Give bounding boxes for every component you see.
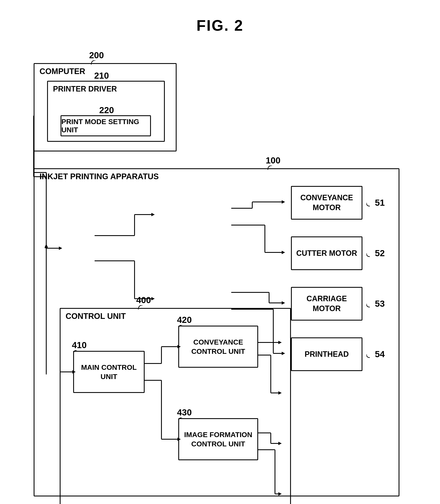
- carriage-motor-number: 53: [375, 299, 385, 309]
- inkjet-box: INKJET PRINTING APPARATUS 100 CONTROL UN…: [34, 168, 399, 496]
- control-unit-box: CONTROL UNIT 400 MAIN CONTROLUNIT 410: [60, 308, 291, 504]
- computer-label: COMPUTER: [40, 67, 85, 76]
- inkjet-number: 100: [266, 156, 280, 166]
- carriage-motor-box: CARRIAGEMOTOR 53: [291, 287, 362, 321]
- printer-driver-label: PRINTER DRIVER: [53, 85, 117, 93]
- conveyance-control-number: 420: [177, 315, 192, 325]
- computer-number: 200: [89, 50, 104, 60]
- printer-driver-box: PRINTER DRIVER 210 PRINT MODE SETTING UN…: [47, 81, 165, 142]
- main-control-label: MAIN CONTROLUNIT: [81, 363, 137, 381]
- cutter-motor-label: CUTTER MOTOR: [296, 248, 357, 258]
- main-control-number: 410: [72, 340, 87, 350]
- print-mode-label: PRINT MODE SETTING UNIT: [61, 118, 150, 134]
- svg-marker-47: [278, 391, 282, 395]
- inkjet-label: INKJET PRINTING APPARATUS: [40, 172, 159, 181]
- cutter-motor-number: 52: [375, 248, 385, 258]
- svg-marker-55: [278, 492, 282, 496]
- control-unit-label: CONTROL UNIT: [66, 312, 126, 321]
- control-unit-number: 400: [136, 295, 151, 305]
- cutter-motor-box: CUTTER MOTOR 52: [291, 236, 362, 270]
- svg-marker-43: [278, 341, 282, 344]
- conveyance-motor-box: CONVEYANCEMOTOR 51: [291, 186, 362, 220]
- conveyance-motor-label: CONVEYANCEMOTOR: [300, 193, 353, 213]
- conveyance-control-box: CONVEYANCECONTROL UNIT 420: [178, 326, 258, 368]
- image-formation-label: IMAGE FORMATIONCONTROL UNIT: [184, 430, 252, 448]
- printhead-box: PRINTHEAD 54: [291, 337, 362, 371]
- computer-box: COMPUTER PRINTER DRIVER 210 PRINT MODE S…: [34, 63, 177, 151]
- printhead-number: 54: [375, 349, 385, 359]
- conveyance-control-label: CONVEYANCECONTROL UNIT: [191, 337, 245, 356]
- image-formation-number: 430: [177, 407, 192, 418]
- conveyance-motor-number: 51: [375, 198, 385, 208]
- main-control-box: MAIN CONTROLUNIT 410: [73, 351, 145, 393]
- print-mode-box: PRINT MODE SETTING UNIT 220: [61, 115, 151, 136]
- carriage-motor-label: CARRIAGEMOTOR: [306, 294, 347, 314]
- printer-driver-number: 210: [94, 71, 109, 81]
- page-title: FIG. 2: [0, 0, 440, 34]
- image-formation-box: IMAGE FORMATIONCONTROL UNIT 430: [178, 418, 258, 460]
- printhead-label: PRINTHEAD: [305, 349, 349, 359]
- print-mode-number: 220: [99, 105, 114, 115]
- svg-marker-51: [278, 442, 282, 445]
